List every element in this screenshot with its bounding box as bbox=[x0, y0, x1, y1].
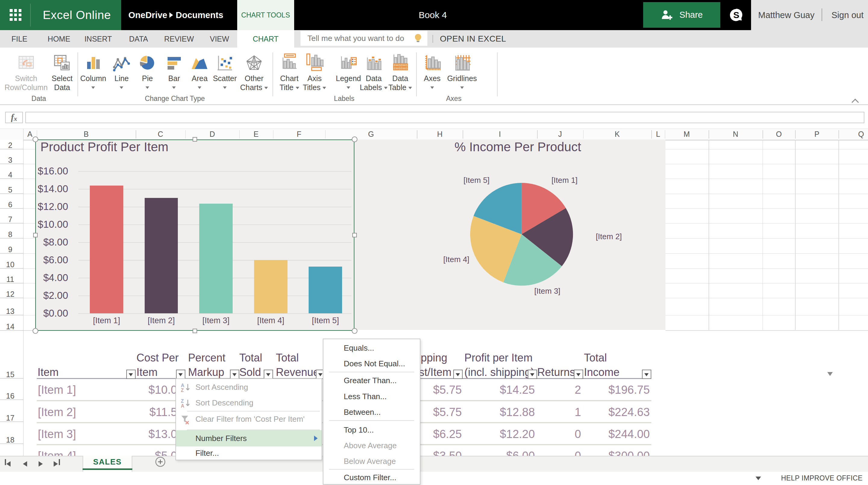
svg-text:A: A bbox=[181, 403, 184, 408]
svg-text:S: S bbox=[733, 10, 739, 20]
svg-text:A: A bbox=[181, 383, 184, 388]
svg-text:Z: Z bbox=[181, 388, 184, 392]
svg-text:Z: Z bbox=[181, 398, 184, 404]
